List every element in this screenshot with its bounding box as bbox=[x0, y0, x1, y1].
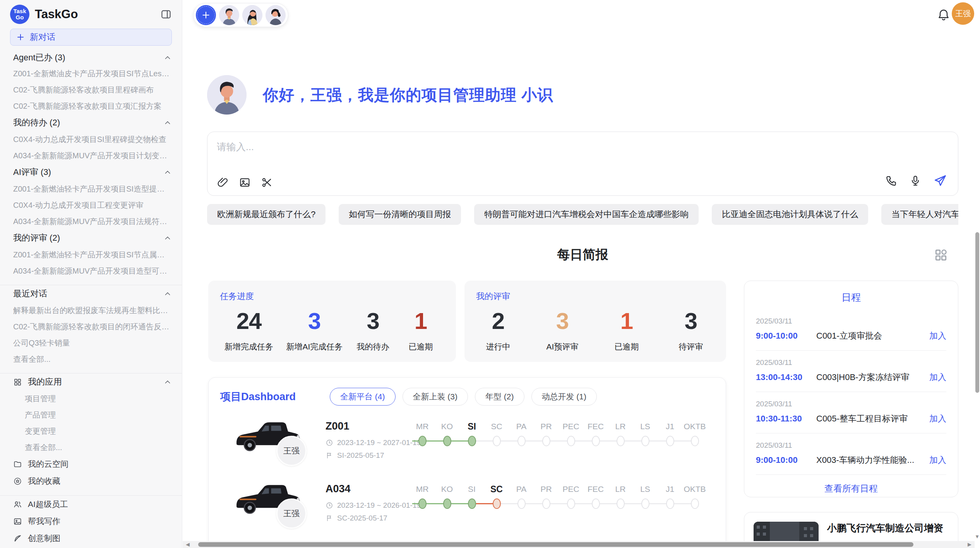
stat-overdue: 1 已逾期 bbox=[403, 308, 438, 352]
milestone-dot bbox=[617, 436, 625, 446]
task-item[interactable]: C0X4-动力总成开发项目SI里程碑提交物检查 bbox=[10, 131, 172, 147]
section-agent-done[interactable]: Agent已办 (3) bbox=[10, 50, 172, 65]
schedule-item: 2025/03/11 9:00-10:00 C001-立项审批会 加入 bbox=[756, 309, 946, 351]
scroll-right-arrow-icon[interactable]: ▶ bbox=[968, 541, 971, 548]
recent-chat-item[interactable]: C02-飞腾新能源轻客改款项目的闭环通告反馈情况 bbox=[10, 319, 172, 335]
sidebar-item-favorites[interactable]: 我的收藏 bbox=[10, 473, 172, 490]
sidebar-item-help-me-write[interactable]: 帮我写作 bbox=[10, 513, 172, 530]
milestone-dot bbox=[542, 436, 550, 446]
clock-icon bbox=[326, 502, 333, 509]
milestone-node: KO bbox=[435, 482, 459, 510]
send-icon bbox=[933, 174, 947, 188]
user-avatar[interactable]: 王强 bbox=[952, 2, 974, 25]
snippet-button[interactable] bbox=[261, 176, 273, 188]
composer-tools-right bbox=[885, 174, 947, 188]
sidebar-item-ai-super-staff[interactable]: AI超级员工 bbox=[10, 496, 172, 513]
suggestion-chip[interactable]: 当下年轻人对汽车外观有怎样的喜好趋势 bbox=[881, 204, 958, 225]
view-all-schedule-link[interactable]: 查看所有日程 bbox=[756, 483, 946, 495]
chevron-up-icon bbox=[163, 289, 172, 298]
join-meeting-button[interactable]: 加入 bbox=[929, 413, 946, 425]
join-meeting-button[interactable]: 加入 bbox=[929, 372, 946, 383]
milestone-dot bbox=[418, 436, 427, 446]
task-item[interactable]: A034-全新新能源MUV产品开发项目法规符合性评审 bbox=[10, 213, 172, 229]
task-item[interactable]: Z001-全新燃油皮卡产品开发项目SI节点Lesson Learn报告 bbox=[10, 65, 172, 82]
agent-avatar[interactable] bbox=[242, 5, 262, 25]
section-my-apps[interactable]: 我的应用 bbox=[10, 373, 172, 390]
section-my-review[interactable]: 我的评审 (2) bbox=[10, 229, 172, 247]
horizontal-scrollbar-thumb[interactable] bbox=[198, 542, 913, 547]
agent-avatar[interactable] bbox=[266, 5, 286, 25]
task-item[interactable]: Z001-全新燃油轻卡产品开发项目SI造型提交物评审 bbox=[10, 181, 172, 197]
suggestion-chip[interactable]: 比亚迪全固态电池计划具体说了什么 bbox=[712, 204, 868, 225]
chevron-up-icon bbox=[163, 168, 172, 176]
milestone-node: J1 bbox=[658, 420, 682, 448]
app-link-project-mgmt[interactable]: 项目管理 bbox=[10, 390, 172, 407]
scroll-left-arrow-icon[interactable]: ◀ bbox=[186, 541, 190, 548]
recent-view-all[interactable]: 查看全部... bbox=[10, 351, 172, 367]
suggestion-chip[interactable]: 如何写一份清晰的项目周报 bbox=[339, 204, 461, 225]
add-agent-button[interactable] bbox=[196, 5, 216, 25]
task-item[interactable]: C02-飞腾新能源轻客改款项目立项汇报方案 bbox=[10, 98, 172, 114]
milestone-node: KO bbox=[435, 420, 459, 448]
tab-model-year[interactable]: 年型 (2) bbox=[475, 388, 524, 406]
apps-view-all[interactable]: 查看全部... bbox=[10, 439, 172, 456]
milestone-dot bbox=[567, 436, 575, 446]
avatar-woman-icon bbox=[266, 5, 286, 25]
join-meeting-button[interactable]: 加入 bbox=[929, 330, 946, 342]
scroll-down-arrow-icon[interactable]: ▼ bbox=[975, 534, 980, 539]
stat-my-todo: 3 我的待办 bbox=[356, 308, 391, 352]
sidebar-item-creative-drawing[interactable]: 创意制图 bbox=[10, 530, 172, 547]
project-date-range: 2023-12-19 ~ 2026-01-19 bbox=[337, 501, 421, 510]
bell-icon bbox=[937, 8, 951, 22]
task-item[interactable]: C02-飞腾新能源轻客改款项目里程碑画布 bbox=[10, 82, 172, 98]
suggestion-chip[interactable]: 欧洲新规最近颁布了什么? bbox=[207, 204, 326, 225]
suggestion-chips: 欧洲新规最近颁布了什么? 如何写一份清晰的项目周报 特朗普可能对进口汽车增税会对… bbox=[207, 204, 958, 225]
section-ai-review[interactable]: AI评审 (3) bbox=[10, 164, 172, 181]
task-item[interactable]: A034-全新新能源MUV产品开发项目造型可行性评审 bbox=[10, 263, 172, 279]
suggestion-chip[interactable]: 特朗普可能对进口汽车增税会对中国车企造成哪些影响 bbox=[474, 204, 699, 225]
tab-new-platform[interactable]: 全新平台 (4) bbox=[330, 388, 396, 406]
chevron-up-icon bbox=[163, 234, 172, 242]
section-my-todo[interactable]: 我的待办 (2) bbox=[10, 114, 172, 131]
recent-chat-item[interactable]: 公司Q3轻卡销量 bbox=[10, 335, 172, 351]
sidebar-item-cloud-space[interactable]: 我的云空间 bbox=[10, 456, 172, 473]
panel-icon bbox=[160, 9, 172, 20]
milestone-dot bbox=[641, 436, 649, 446]
milestone-node: J1 bbox=[658, 482, 682, 510]
chat-input[interactable] bbox=[217, 140, 875, 166]
news-title: 小鹏飞行汽车制造公司增资 bbox=[827, 522, 949, 534]
project-row[interactable]: 王强 A034 2023-12-19 ~ 2026-01-19 SC-2025-… bbox=[209, 474, 726, 537]
tab-powertrain[interactable]: 动总开发 (1) bbox=[531, 388, 597, 406]
tab-new-body[interactable]: 全新上装 (3) bbox=[403, 388, 468, 406]
clock-icon bbox=[326, 439, 333, 447]
horizontal-scrollbar[interactable]: ◀ ▶ bbox=[183, 541, 975, 548]
project-row[interactable]: 王强 Z001 2023-12-19 ~ 2027-01-19 SI-2025-… bbox=[209, 412, 726, 474]
vertical-scrollbar[interactable]: ▼ bbox=[975, 0, 980, 541]
join-meeting-button[interactable]: 加入 bbox=[929, 454, 946, 466]
insert-image-button[interactable] bbox=[239, 176, 251, 188]
sidebar: Task Go TaskGo 新对话 Agent已办 (3) Z001-全新燃油… bbox=[0, 0, 182, 548]
plus-icon bbox=[16, 33, 25, 42]
new-chat-button[interactable]: 新对话 bbox=[10, 29, 172, 46]
vertical-scrollbar-thumb[interactable] bbox=[975, 232, 979, 393]
app-link-product-mgmt[interactable]: 产品管理 bbox=[10, 407, 172, 423]
notifications-button[interactable] bbox=[937, 8, 951, 22]
task-item[interactable]: C0X4-动力总成开发项目工程变更评审 bbox=[10, 197, 172, 213]
attach-file-button[interactable] bbox=[217, 176, 229, 188]
voice-call-button[interactable] bbox=[885, 175, 898, 187]
brief-layout-button[interactable] bbox=[934, 248, 948, 262]
app-link-change-mgmt[interactable]: 变更管理 bbox=[10, 423, 172, 439]
schedule-title: 日程 bbox=[756, 291, 946, 304]
milestone-node: LS bbox=[633, 420, 658, 448]
agent-avatar[interactable] bbox=[219, 5, 239, 25]
section-recent-chats[interactable]: 最近对话 bbox=[10, 285, 172, 302]
stat-in-progress: 2 进行中 bbox=[481, 308, 516, 352]
chevron-up-icon bbox=[163, 378, 172, 386]
task-item[interactable]: A034-全新新能源MUV产品开发项目计划变更表编写 bbox=[10, 147, 172, 164]
recent-chat-item[interactable]: 解释最新出台的欧盟报废车法规再生塑料比例被调至15%... bbox=[10, 302, 172, 319]
send-button[interactable] bbox=[933, 174, 947, 188]
milestone-timeline: MR KO SI SC PA PR PEC FEC LR LS J1 OKTB bbox=[410, 420, 707, 448]
collapse-sidebar-button[interactable] bbox=[160, 9, 172, 20]
voice-input-button[interactable] bbox=[909, 175, 922, 187]
task-item[interactable]: Z001-全新燃油轻卡产品开发项目SI节点属性5D文件评审 bbox=[10, 247, 172, 263]
